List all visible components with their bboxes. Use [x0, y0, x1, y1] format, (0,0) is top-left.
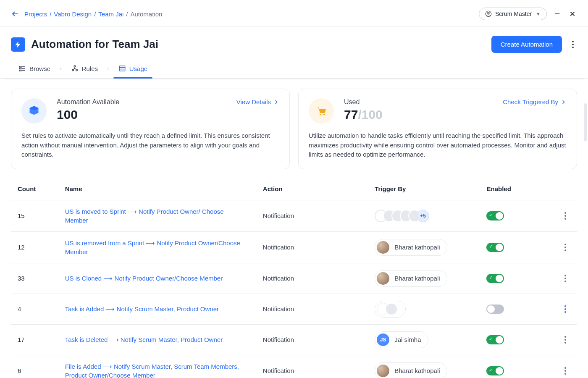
tab-label: Usage [129, 65, 147, 72]
cell-enabled [480, 355, 557, 378]
svg-rect-10 [19, 68, 21, 69]
svg-point-24 [564, 215, 566, 217]
enabled-toggle[interactable] [486, 335, 504, 344]
row-menu[interactable] [564, 212, 572, 220]
trigger-name: Bharat kathopali [394, 244, 440, 251]
row-menu[interactable] [564, 274, 572, 283]
cell-count: 15 [11, 200, 58, 231]
cell-count: 12 [11, 231, 58, 263]
cell-action: Notification [256, 324, 368, 355]
col-action: Action [256, 178, 368, 200]
rules-icon [71, 65, 79, 72]
more-badge[interactable]: +5 [417, 210, 429, 222]
cell-action: Notification [256, 231, 368, 263]
view-details-link[interactable]: View Details [236, 98, 279, 105]
trigger-avatar-stack[interactable]: +5 [375, 210, 475, 222]
page-menu[interactable] [569, 39, 577, 50]
svg-point-32 [564, 305, 566, 307]
tab-browse[interactable]: Browse [15, 60, 54, 78]
breadcrumb-link[interactable]: Vabro Design [54, 10, 92, 18]
card-available: Automation Available 100 View Details Se… [11, 89, 290, 169]
svg-point-28 [564, 249, 566, 251]
svg-point-2 [488, 12, 489, 14]
enabled-toggle[interactable] [486, 304, 504, 314]
row-menu[interactable] [564, 336, 572, 344]
check-triggered-link[interactable]: Check Triggered By [503, 98, 567, 105]
automation-name-link[interactable]: Task is Added ⟶ Notify Scrum Master, Pro… [65, 304, 219, 313]
svg-point-39 [564, 370, 566, 372]
avatar [377, 272, 389, 285]
cell-trigger: Bharat kathopali [368, 231, 480, 263]
tab-rules[interactable]: Rules [68, 60, 101, 78]
create-automation-button[interactable]: Create Automation [491, 36, 562, 53]
card-used: Used 77/100 Check Triggered By Utilize a… [298, 89, 577, 169]
cell-enabled [480, 294, 557, 324]
svg-point-35 [564, 336, 566, 338]
table-row: 6 File is Added ⟶ Notify Scrum Master, S… [11, 355, 577, 378]
svg-point-6 [572, 41, 574, 42]
automation-name-link[interactable]: File is Added ⟶ Notify Scrum Master, Scr… [65, 362, 242, 378]
cell-enabled [480, 263, 557, 294]
scrollbar[interactable] [584, 103, 587, 141]
enabled-toggle[interactable] [486, 211, 504, 220]
row-menu[interactable] [564, 367, 572, 375]
svg-point-36 [564, 339, 566, 341]
svg-point-37 [564, 342, 566, 344]
link-label: Check Triggered By [503, 98, 558, 105]
breadcrumb-link[interactable]: Team Jai [98, 10, 123, 18]
table-row: 17 Task is Deleted ⟶ Notify Scrum Master… [11, 324, 577, 355]
enabled-toggle[interactable] [486, 366, 504, 375]
enabled-toggle[interactable] [486, 274, 504, 283]
role-label: Scrum Master [495, 10, 532, 17]
caret-down-icon: ▼ [536, 11, 541, 16]
card-description: Utilize automation to handle tasks effic… [309, 131, 567, 160]
browse-icon [18, 65, 26, 72]
cell-action: Notification [256, 355, 368, 378]
breadcrumb-sep: / [126, 10, 128, 18]
automation-name-link[interactable]: Task is Deleted ⟶ Notify Scrum Master, P… [65, 335, 223, 344]
automation-name-link[interactable]: US is moved to Sprint ⟶ Notify Product O… [65, 207, 242, 225]
trigger-pill[interactable]: JS Jai simha [375, 331, 428, 348]
avatar: JS [377, 333, 389, 346]
trigger-pill[interactable]: Bharat kathopali [375, 362, 447, 378]
cell-trigger: JS Jai simha [368, 324, 480, 355]
trigger-empty[interactable] [375, 301, 406, 318]
role-picker[interactable]: Scrum Master ▼ [479, 8, 547, 20]
breadcrumb-sep: / [94, 10, 96, 18]
col-count: Count [11, 178, 58, 200]
enabled-toggle[interactable] [486, 243, 504, 252]
cell-action: Notification [256, 263, 368, 294]
row-menu[interactable] [564, 243, 572, 252]
automation-name-link[interactable]: US is Cloned ⟶ Notify Product Owner/Choo… [65, 274, 223, 283]
window-minimize[interactable] [553, 9, 562, 18]
svg-point-25 [564, 218, 566, 220]
svg-point-34 [564, 311, 566, 313]
col-name: Name [58, 178, 256, 200]
trigger-pill[interactable]: Bharat kathopali [375, 270, 447, 287]
breadcrumb: Projects / Vabro Design / Team Jai / Aut… [24, 10, 162, 18]
cell-trigger: Bharat kathopali [368, 355, 480, 378]
svg-point-26 [564, 244, 566, 245]
row-menu[interactable] [564, 305, 572, 313]
cell-count: 33 [11, 263, 58, 294]
cell-trigger: +5 [368, 200, 480, 231]
back-arrow[interactable] [11, 10, 19, 18]
link-label: View Details [236, 98, 271, 105]
trigger-pill[interactable]: Bharat kathopali [375, 239, 447, 256]
svg-rect-18 [119, 66, 125, 71]
automation-name-link[interactable]: US is removed from a Sprint ⟶ Notify Pro… [65, 239, 242, 256]
svg-point-29 [564, 275, 566, 276]
card-title: Automation Available [57, 98, 236, 106]
tab-usage[interactable]: Usage [115, 60, 151, 78]
table-row: 12 US is removed from a Sprint ⟶ Notify … [11, 231, 577, 263]
svg-point-33 [564, 308, 566, 310]
chevron-right-icon [273, 99, 279, 105]
table-row: 4 Task is Added ⟶ Notify Scrum Master, P… [11, 294, 577, 324]
page-title: Automation for Team Jai [31, 38, 158, 51]
box-icon [21, 98, 47, 123]
svg-point-22 [323, 114, 325, 115]
trigger-name: Bharat kathopali [394, 367, 440, 374]
window-close[interactable] [568, 9, 577, 18]
svg-point-27 [564, 247, 566, 248]
breadcrumb-link[interactable]: Projects [24, 10, 47, 18]
